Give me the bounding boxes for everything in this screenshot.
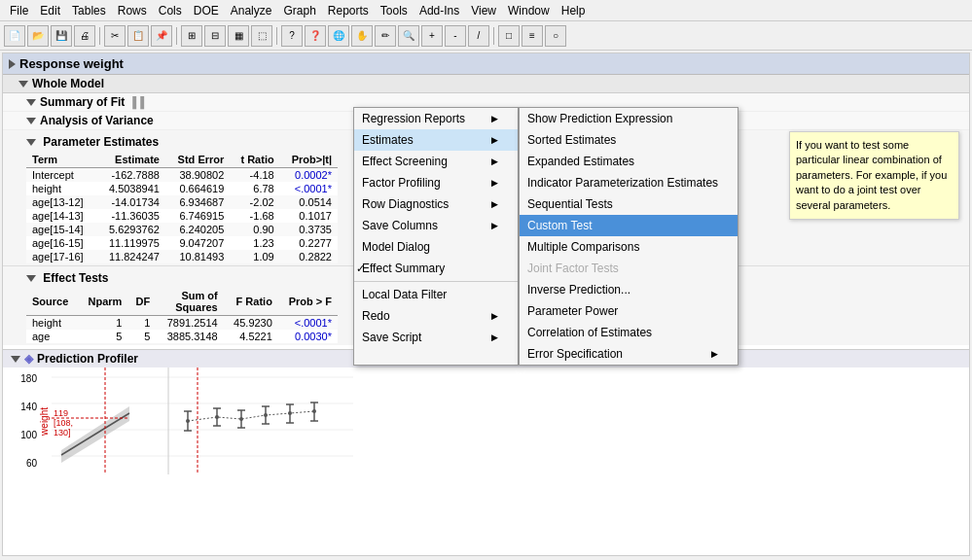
menu-redo[interactable]: Redo	[354, 305, 518, 327]
menu-expanded-estimates[interactable]: Expanded Estimates	[520, 151, 738, 172]
menu-cols[interactable]: Cols	[153, 2, 188, 19]
collapse-effect-icon[interactable]	[26, 275, 36, 282]
toolbar-t16[interactable]: ○	[545, 25, 566, 47]
param-cell: 0.90	[230, 223, 279, 236]
menu-factor-profiling[interactable]: Factor Profiling	[354, 172, 518, 193]
menu-tables[interactable]: Tables	[66, 2, 112, 19]
menu-effect-summary[interactable]: Effect Summary	[354, 258, 518, 279]
toolbar-t3[interactable]: ▦	[228, 25, 249, 47]
menu-show-prediction[interactable]: Show Prediction Expression	[520, 108, 738, 129]
menu-tools[interactable]: Tools	[375, 2, 414, 19]
menu-inverse-prediction[interactable]: Inverse Prediction...	[520, 279, 738, 300]
collapse-anova-icon[interactable]	[26, 118, 36, 124]
toolbar-t8[interactable]: ✋	[351, 25, 373, 47]
sep3	[276, 27, 277, 45]
menu-file[interactable]: File	[4, 2, 34, 19]
menu-model-dialog[interactable]: Model Dialog	[354, 236, 518, 258]
menu-effect-screening[interactable]: Effect Screening	[354, 151, 518, 172]
menu-regression-reports[interactable]: Regression Reports	[354, 108, 518, 129]
collapse-profiler-icon[interactable]	[11, 356, 20, 363]
menu-help[interactable]: Help	[556, 2, 592, 19]
param-cell: 11.119975	[96, 236, 165, 250]
summary-ellipsis: ▌▌	[132, 96, 148, 108]
toolbar: 📄 📂 💾 🖨 ✂ 📋 📌 ⊞ ⊟ ▦ ⬚ ? ❓ 🌐 ✋ ✏ 🔍 + - / …	[0, 21, 972, 51]
toolbar-t11[interactable]: +	[421, 25, 443, 47]
menu-estimates[interactable]: Estimates	[354, 129, 518, 151]
toolbar-t1[interactable]: ⊞	[181, 25, 202, 47]
menu-edit[interactable]: Edit	[34, 2, 66, 19]
param-row: age[17-16]11.82424710.814931.090.2822	[26, 250, 338, 263]
toolbar-print[interactable]: 🖨	[74, 25, 95, 47]
toolbar-t9[interactable]: ✏	[375, 25, 396, 47]
param-cell: -14.01734	[96, 195, 165, 209]
toolbar-t10[interactable]: 🔍	[398, 25, 419, 47]
param-row: age[14-13]-11.360356.746915-1.680.1017	[26, 209, 338, 223]
sep4	[493, 27, 494, 45]
ytick-180: 180	[20, 373, 37, 384]
menu-save-script[interactable]: Save Script	[354, 327, 518, 348]
toolbar-open[interactable]: 📂	[27, 25, 49, 47]
param-cell: 0.2822	[280, 250, 338, 263]
toolbar-t2[interactable]: ⊟	[204, 25, 226, 47]
menu-window[interactable]: Window	[502, 2, 556, 19]
collapse-whole-model-icon[interactable]	[18, 81, 28, 88]
y-ticks: 180 140 100 60	[20, 373, 37, 469]
whole-model-label: Whole Model	[32, 77, 104, 90]
collapse-param-icon[interactable]	[26, 139, 36, 146]
sep1	[99, 27, 100, 45]
menu-row-diagnostics[interactable]: Row Diagnostics	[354, 193, 518, 215]
menu-parameter-power[interactable]: Parameter Power	[520, 300, 738, 322]
svg-text:[108,: [108,	[54, 418, 73, 428]
toolbar-new[interactable]: 📄	[4, 25, 25, 47]
toolbar-save[interactable]: 💾	[51, 25, 72, 47]
menu-sorted-estimates[interactable]: Sorted Estimates	[520, 129, 738, 151]
menu-multiple-comparisons[interactable]: Multiple Comparisons	[520, 236, 738, 258]
effect-cell: 4.5221	[224, 330, 278, 343]
param-cell: age[15-14]	[26, 223, 96, 236]
menu-addins[interactable]: Add-Ins	[414, 2, 465, 19]
menu-local-data-filter[interactable]: Local Data Filter	[354, 284, 518, 305]
menu-sequential-tests[interactable]: Sequential Tests	[520, 193, 738, 215]
menu-custom-test[interactable]: Custom Test	[520, 215, 738, 236]
toolbar-copy[interactable]: 📋	[127, 25, 149, 47]
toolbar-t12[interactable]: -	[445, 25, 466, 47]
param-cell: 6.934687	[165, 195, 230, 209]
ecol-prob: Prob > F	[278, 288, 338, 316]
menu-graph[interactable]: Graph	[277, 2, 321, 19]
ecol-source: Source	[26, 288, 78, 316]
menu-analyze[interactable]: Analyze	[225, 2, 278, 19]
ecol-df: DF	[127, 288, 156, 316]
summary-of-fit-label: Summary of Fit	[40, 95, 125, 109]
menu-reports[interactable]: Reports	[322, 2, 375, 19]
estimates-submenu: Show Prediction Expression Sorted Estima…	[519, 107, 738, 366]
toolbar-t5[interactable]: ?	[281, 25, 303, 47]
menu-indicator-param[interactable]: Indicator Parameterization Estimates	[520, 172, 738, 193]
col-stderr: Std Error	[165, 152, 230, 168]
toolbar-t4[interactable]: ⬚	[251, 25, 272, 47]
toolbar-t15[interactable]: ≡	[522, 25, 543, 47]
menu-correlation-estimates[interactable]: Correlation of Estimates	[520, 322, 738, 343]
effect-table: Source Nparm DF Sum ofSquares F Ratio Pr…	[26, 288, 338, 343]
menu-view[interactable]: View	[465, 2, 502, 19]
toolbar-cut[interactable]: ✂	[104, 25, 126, 47]
menu-save-columns[interactable]: Save Columns	[354, 215, 518, 236]
collapse-summary-icon[interactable]	[26, 99, 36, 106]
menu-doe[interactable]: DOE	[188, 2, 225, 19]
y-label: weight	[39, 407, 50, 436]
toolbar-t6[interactable]: ❓	[305, 25, 326, 47]
param-row: height4.50389410.6646196.78<.0001*	[26, 182, 338, 195]
profiler-svg: 119 [108, 130]	[52, 368, 353, 474]
param-cell: Intercept	[26, 168, 96, 183]
toolbar-paste[interactable]: 📌	[151, 25, 172, 47]
toolbar-t7[interactable]: 🌐	[328, 25, 349, 47]
parameter-table: Term Estimate Std Error t Ratio Prob>|t|…	[26, 152, 338, 263]
toolbar-t14[interactable]: □	[498, 25, 520, 47]
context-menu-level1: Regression Reports Estimates Effect Scre…	[353, 107, 519, 366]
menu-rows[interactable]: Rows	[112, 2, 153, 19]
menu-error-specification[interactable]: Error Specification	[520, 343, 738, 365]
effect-cell: 7891.2514	[156, 316, 223, 331]
toolbar-t13[interactable]: /	[468, 25, 489, 47]
collapse-response-icon[interactable]	[9, 59, 16, 69]
param-cell: <.0001*	[280, 182, 338, 195]
param-cell: 6.78	[230, 182, 279, 195]
